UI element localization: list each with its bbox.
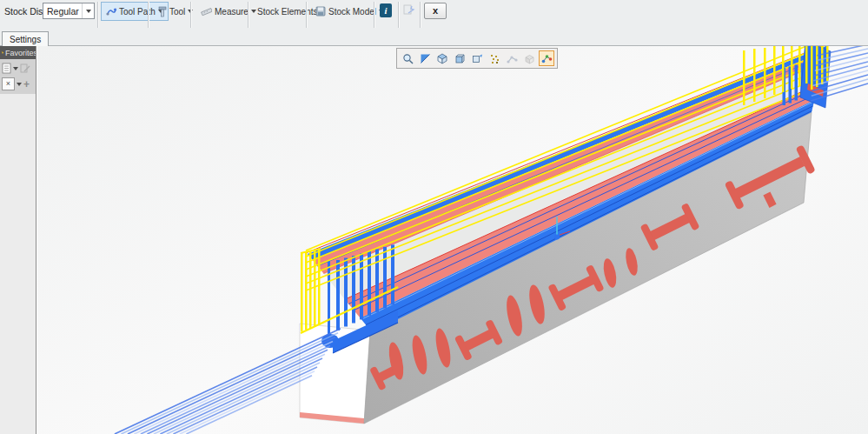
- document-icon[interactable]: [2, 63, 11, 74]
- tool-path-icon: [106, 6, 116, 17]
- stock-model-label: Stock Model: [328, 7, 376, 17]
- zoom-fit-icon: [420, 53, 431, 64]
- tool-icon: [158, 6, 167, 17]
- ribbon-separator: [248, 2, 248, 28]
- close-icon: x: [433, 6, 438, 16]
- solid-cube-icon: [524, 53, 535, 64]
- cube-face-icon: [454, 53, 466, 64]
- plus-icon: +: [23, 78, 30, 90]
- chevron-down-icon[interactable]: [17, 83, 22, 86]
- stock-model-button[interactable]: Stock Model: [310, 2, 389, 21]
- ribbon: Stock Display Regular Tool Path Tool: [0, 0, 868, 46]
- ribbon-separator: [374, 2, 374, 28]
- segments-icon: [507, 53, 518, 64]
- cube-orient-icon: [472, 53, 483, 64]
- simulation-viewport[interactable]: [37, 46, 868, 434]
- magnifier-icon: [402, 53, 414, 64]
- info-icon: i: [384, 5, 387, 16]
- face-view-button[interactable]: [452, 50, 467, 66]
- toolpath-colors-icon: [541, 53, 553, 64]
- ribbon-separator: [97, 2, 98, 28]
- edit-disabled-icon: [20, 63, 30, 74]
- solid-display-button[interactable]: [521, 50, 537, 66]
- point-data-button[interactable]: [487, 50, 502, 66]
- orient-view-button[interactable]: [469, 50, 485, 66]
- stock-display-value: Regular: [43, 6, 82, 17]
- close-button[interactable]: x: [424, 3, 447, 19]
- folder-icon: [2, 49, 3, 57]
- chevron-down-icon[interactable]: [82, 3, 94, 18]
- zoom-window-button[interactable]: [400, 50, 415, 66]
- stock-display-combobox[interactable]: Regular: [43, 3, 95, 19]
- toolpath-colors-button[interactable]: [539, 50, 554, 66]
- clear-button[interactable]: ×: [2, 77, 15, 90]
- measure-label: Measure: [215, 7, 248, 17]
- point-cloud-icon: [489, 53, 500, 64]
- measure-icon: [201, 6, 212, 17]
- ribbon-separator: [398, 2, 399, 28]
- settings-tab-label: Settings: [10, 35, 41, 44]
- tab-settings[interactable]: Settings: [2, 31, 49, 46]
- favorites-label: Favorites: [5, 49, 37, 57]
- export-icon: [402, 3, 415, 17]
- favorites-header[interactable]: Favorites: [0, 46, 37, 59]
- stock-elements-label: Stock Elements: [257, 7, 317, 17]
- simulator-window: Stock Display Regular Tool Path Tool: [0, 0, 868, 434]
- add-button[interactable]: +: [23, 79, 30, 90]
- save-icon: [315, 6, 326, 17]
- info-button[interactable]: i: [380, 3, 392, 17]
- isometric-view-button[interactable]: [434, 50, 450, 66]
- favorites-panel: Favorites × +: [0, 46, 36, 434]
- favorites-toolbar: × +: [0, 59, 36, 94]
- stock-beam: [300, 46, 828, 424]
- view-toolbar: [396, 48, 558, 69]
- segment-data-button[interactable]: [504, 50, 520, 66]
- ribbon-separator: [190, 2, 191, 28]
- clear-icon: ×: [6, 80, 10, 88]
- tool-path-label: Tool Path: [119, 7, 156, 17]
- panel-divider[interactable]: [36, 46, 36, 434]
- export-button-disabled: [402, 3, 415, 17]
- ribbon-separator: [420, 2, 421, 28]
- simulation-canvas[interactable]: [37, 46, 868, 434]
- ribbon-separator: [148, 2, 149, 28]
- tool-button[interactable]: Tool: [153, 2, 198, 21]
- ribbon-separator: [306, 2, 307, 28]
- tool-label: Tool: [169, 7, 185, 17]
- zoom-fit-button[interactable]: [417, 50, 433, 66]
- chevron-down-icon[interactable]: [13, 67, 18, 70]
- cube-icon: [436, 52, 448, 64]
